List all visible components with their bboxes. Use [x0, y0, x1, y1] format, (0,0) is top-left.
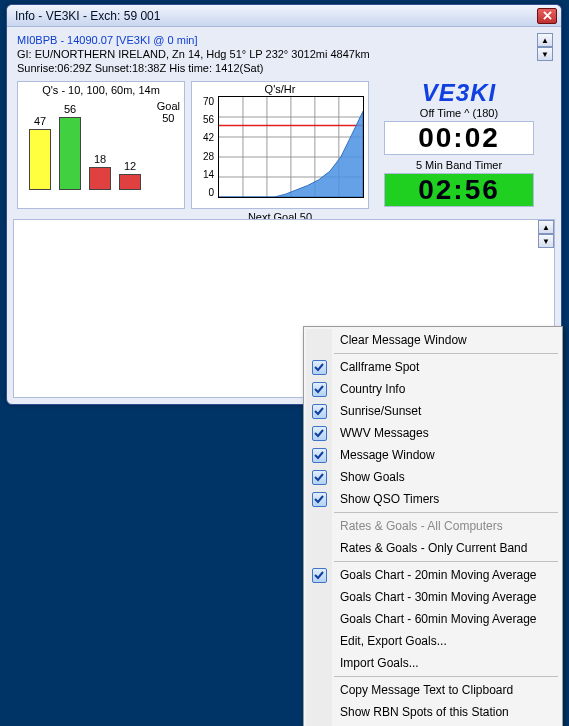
bar-value-label: 47 [34, 115, 46, 127]
msg-spin-down[interactable]: ▼ [538, 234, 554, 248]
menu-item[interactable]: Clear Message Window [306, 329, 560, 351]
callsign: VE3KI [422, 79, 496, 107]
rate-tick: 70 [196, 96, 214, 107]
check-icon [312, 426, 327, 441]
rate-tick: 56 [196, 114, 214, 125]
menu-check-col [306, 608, 332, 630]
menu-item[interactable]: Message Window [306, 444, 560, 466]
menu-item-label: Show RBN Spots of this Station [332, 705, 560, 719]
check-icon [312, 448, 327, 463]
bar [89, 167, 111, 190]
panels-row: Q's - 10, 100, 60m, 14m Goal 50 47561812… [17, 81, 551, 223]
menu-separator [334, 512, 558, 513]
menu-item-label: Goals Chart - 30min Moving Average [332, 590, 560, 604]
menu-check-col [306, 652, 332, 674]
menu-check-col [306, 564, 332, 586]
bar [29, 129, 51, 190]
offtime-label: Off Time ^ (180) [420, 107, 498, 119]
rate-svg [219, 97, 363, 197]
msg-spinner: ▲ ▼ [538, 220, 554, 248]
timers-column: VE3KI Off Time ^ (180) 00:02 5 Min Band … [375, 81, 543, 223]
bar-wrap: 12 [118, 160, 142, 190]
info-spin-up[interactable]: ▲ [537, 33, 553, 47]
bar [59, 117, 81, 190]
info-spinner: ▲ ▼ [537, 33, 553, 61]
menu-item[interactable]: Show Goals [306, 466, 560, 488]
rate-plot-area [218, 96, 364, 198]
rate-tick: 14 [196, 169, 214, 180]
rate-tick: 28 [196, 151, 214, 162]
menu-check-col [306, 586, 332, 608]
goal-value: 50 [162, 112, 174, 124]
menu-item[interactable]: Country Info [306, 378, 560, 400]
menu-item[interactable]: Goals Chart - 30min Moving Average [306, 586, 560, 608]
titlebar[interactable]: Info - VE3KI - Exch: 59 001 [7, 5, 561, 27]
bar-value-label: 12 [124, 160, 136, 172]
country-info: GI: EU/NORTHERN IRELAND, Zn 14, Hdg 51° … [17, 47, 551, 61]
menu-item[interactable]: Rates & Goals - Only Current Band [306, 537, 560, 559]
menu-item-label: Sunrise/Sunset [332, 404, 560, 418]
menu-item-label: Message Window [332, 448, 560, 462]
menu-item[interactable]: Sunrise/Sunset [306, 400, 560, 422]
info-area: ▲ ▼ MI0BPB - 14090.07 [VE3KI @ 0 min] GI… [13, 33, 555, 233]
bar-value-label: 56 [64, 103, 76, 115]
callframe-spot[interactable]: MI0BPB - 14090.07 [VE3KI @ 0 min] [17, 33, 551, 47]
menu-item[interactable]: Goals Chart - 20min Moving Average [306, 564, 560, 586]
menu-item[interactable]: Import Goals... [306, 652, 560, 674]
menu-item-label: Show QSO Timers [332, 492, 560, 506]
menu-check-col [306, 356, 332, 378]
menu-check-col [306, 400, 332, 422]
menu-check-col [306, 329, 332, 351]
goals-chart-title: Q's - 10, 100, 60m, 14m [18, 84, 184, 96]
goal-label-box: Goal 50 [157, 100, 180, 124]
menu-item-label: Clear Message Window [332, 333, 560, 347]
top-text: MI0BPB - 14090.07 [VE3KI @ 0 min] GI: EU… [17, 33, 551, 75]
menu-check-col [306, 422, 332, 444]
rate-panel-wrap: Q's/Hr 70564228140 [191, 81, 369, 223]
menu-item[interactable]: Show QSO Timers [306, 488, 560, 510]
bar-wrap: 47 [28, 115, 52, 190]
check-icon [312, 404, 327, 419]
menu-separator [334, 676, 558, 677]
bar [119, 174, 141, 190]
msg-spin-up[interactable]: ▲ [538, 220, 554, 234]
bar-wrap: 18 [88, 153, 112, 190]
menu-item-label: Copy Message Text to Clipboard [332, 683, 560, 697]
close-button[interactable] [537, 8, 557, 24]
info-spin-down[interactable]: ▼ [537, 47, 553, 61]
check-icon [312, 382, 327, 397]
band-timer-label: 5 Min Band Timer [416, 159, 502, 171]
rate-tick: 0 [196, 187, 214, 198]
check-icon [312, 492, 327, 507]
context-menu: Clear Message WindowCallframe SpotCountr… [303, 326, 563, 726]
menu-check-col [306, 679, 332, 701]
goals-chart-panel: Q's - 10, 100, 60m, 14m Goal 50 47561812 [17, 81, 185, 209]
menu-item-label: WWV Messages [332, 426, 560, 440]
menu-item[interactable]: Goals Chart - 60min Moving Average [306, 608, 560, 630]
rate-tick: 42 [196, 132, 214, 143]
close-icon [543, 11, 552, 20]
menu-check-col [306, 630, 332, 652]
menu-item-label: Import Goals... [332, 656, 560, 670]
menu-item[interactable]: Copy Message Text to Clipboard [306, 679, 560, 701]
menu-check-col [306, 466, 332, 488]
bar-value-label: 18 [94, 153, 106, 165]
sunrise-sunset: Sunrise:06:29Z Sunset:18:38Z His time: 1… [17, 61, 551, 75]
menu-check-col [306, 701, 332, 723]
menu-item-label: Rates & Goals - Only Current Band [332, 541, 560, 555]
menu-item[interactable]: WWV Messages [306, 422, 560, 444]
goal-label: Goal [157, 100, 180, 112]
check-icon [312, 568, 327, 583]
menu-item[interactable]: Edit, Export Goals... [306, 630, 560, 652]
menu-check-col [306, 515, 332, 537]
menu-item[interactable]: Callframe Spot [306, 356, 560, 378]
bar-wrap: 56 [58, 103, 82, 190]
menu-item-label: Rates & Goals - All Computers [332, 519, 560, 533]
menu-separator [334, 353, 558, 354]
menu-item-label: Goals Chart - 60min Moving Average [332, 612, 560, 626]
band-timer: 02:56 [384, 173, 534, 207]
rate-chart-title: Q's/Hr [192, 83, 368, 95]
offtime-timer: 00:02 [384, 121, 534, 155]
menu-item[interactable]: Show RBN Spots of this Station [306, 701, 560, 723]
check-icon [312, 360, 327, 375]
